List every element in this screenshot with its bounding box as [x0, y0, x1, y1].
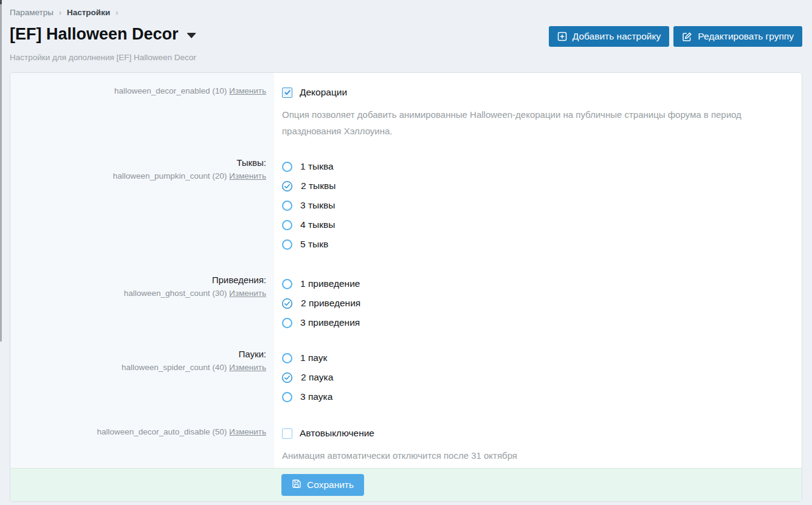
radio-option[interactable]: 3 приведения — [282, 313, 787, 332]
setting-row-pumpkin-count: Тыквы: halloween_pumpkin_count (20) Изме… — [10, 149, 802, 266]
radio-group-pumpkins: 1 тыква 2 тыквы 3 тыквы — [282, 157, 787, 254]
add-option-button-label: Добавить настройку — [573, 31, 661, 42]
setting-field-label: Пауки: — [16, 348, 266, 360]
checkbox-option-decorations[interactable]: Декорации — [282, 86, 787, 99]
setting-order: (20) — [212, 171, 227, 180]
radio-group-spiders: 1 паук 2 паука 3 паука — [282, 348, 787, 407]
window-edge-strip — [0, 0, 2, 342]
setting-order: (40) — [212, 363, 227, 372]
plus-square-icon — [557, 32, 567, 41]
edit-setting-link[interactable]: Изменить — [229, 289, 266, 298]
radio-option-selected[interactable]: 2 приведения — [282, 294, 787, 313]
radio-unchecked-icon[interactable] — [282, 220, 292, 230]
setting-control: 1 тыква 2 тыквы 3 тыквы — [274, 149, 802, 266]
breadcrumb-link-parameters[interactable]: Параметры — [10, 8, 53, 17]
chevron-right-icon: › — [59, 9, 61, 17]
edit-group-button-label: Редактировать группу — [698, 31, 794, 42]
edit-pencil-icon — [682, 32, 692, 42]
page-title[interactable]: [EF] Halloween Decor — [10, 24, 196, 44]
setting-order: (50) — [212, 427, 227, 436]
header-buttons: Добавить настройку Редактировать группу — [549, 24, 802, 47]
dropdown-arrow-icon[interactable] — [187, 33, 196, 38]
edit-setting-link[interactable]: Изменить — [229, 171, 266, 180]
checkbox-unchecked-icon[interactable] — [282, 428, 292, 439]
setting-meta: halloween_decor_enabled (10) Изменить — [10, 73, 274, 149]
option-description: Анимация автоматически отключится после … — [282, 447, 780, 464]
settings-card: halloween_decor_enabled (10) Изменить Де… — [10, 72, 802, 502]
card-footer: Сохранить — [10, 468, 802, 501]
radio-unchecked-icon[interactable] — [282, 353, 292, 363]
edit-setting-link[interactable]: Изменить — [229, 86, 266, 95]
radio-option[interactable]: 1 паук — [282, 348, 787, 368]
setting-row-auto-disable: halloween_decor_auto_disable (50) Измени… — [10, 417, 802, 468]
setting-meta: Приведения: halloween_ghost_count (30) И… — [10, 266, 274, 340]
setting-field-label: Тыквы: — [16, 157, 266, 169]
radio-unchecked-icon[interactable] — [282, 201, 292, 211]
radio-unchecked-icon[interactable] — [282, 392, 292, 402]
option-description: Опция позволяет добавить анимированные H… — [282, 106, 780, 139]
checkbox-option-auto-disable[interactable]: Автовыключение — [282, 427, 787, 440]
checkbox-label[interactable]: Декорации — [300, 87, 347, 98]
setting-meta: Тыквы: halloween_pumpkin_count (20) Изме… — [10, 149, 274, 266]
setting-meta: Пауки: halloween_spider_count (40) Измен… — [10, 340, 274, 417]
radio-option-selected[interactable]: 2 паука — [282, 368, 787, 387]
setting-tech-name: halloween_decor_enabled — [114, 86, 210, 95]
radio-option[interactable]: 3 паука — [282, 387, 787, 407]
options-page: Параметры › Настройки › [EF] Halloween D… — [0, 0, 812, 502]
setting-tech-name: halloween_pumpkin_count — [113, 171, 210, 180]
radio-option[interactable]: 3 тыквы — [282, 196, 787, 215]
setting-order: (30) — [212, 289, 227, 298]
radio-option[interactable]: 1 тыква — [282, 157, 787, 176]
radio-option[interactable]: 5 тыкв — [282, 235, 787, 254]
setting-tech-name: halloween_decor_auto_disable — [97, 427, 210, 436]
radio-unchecked-icon[interactable] — [282, 279, 292, 289]
page-title-text: [EF] Halloween Decor — [10, 24, 179, 44]
setting-field-label: Приведения: — [16, 274, 266, 286]
setting-tech-name: halloween_spider_count — [122, 363, 210, 372]
checkbox-label[interactable]: Автовыключение — [300, 428, 374, 439]
edit-setting-link[interactable]: Изменить — [229, 363, 266, 372]
setting-tech-name: halloween_ghost_count — [124, 289, 210, 298]
radio-unchecked-icon[interactable] — [282, 239, 292, 250]
add-option-button[interactable]: Добавить настройку — [549, 26, 669, 47]
page-subtitle: Настройки для дополнения [EF] Halloween … — [10, 53, 802, 62]
radio-checked-icon[interactable] — [281, 372, 293, 383]
setting-control: Декорации Опция позволяет добавить аними… — [274, 73, 802, 149]
radio-option-selected[interactable]: 2 тыквы — [282, 176, 787, 196]
radio-option[interactable]: 1 приведение — [282, 274, 787, 294]
edit-group-button[interactable]: Редактировать группу — [673, 26, 802, 47]
setting-row-spider-count: Пауки: halloween_spider_count (40) Измен… — [10, 340, 802, 417]
save-floppy-icon — [292, 479, 301, 491]
save-button[interactable]: Сохранить — [281, 474, 364, 496]
breadcrumb-link-settings[interactable]: Настройки — [67, 8, 110, 17]
radio-group-ghosts: 1 приведение 2 приведения 3 п — [282, 274, 787, 332]
setting-order: (10) — [212, 86, 227, 95]
radio-unchecked-icon[interactable] — [282, 318, 292, 328]
radio-checked-icon[interactable] — [281, 298, 293, 309]
radio-checked-icon[interactable] — [281, 180, 293, 192]
setting-control: 1 паук 2 паука 3 паука — [274, 340, 802, 417]
setting-row-ghost-count: Приведения: halloween_ghost_count (30) И… — [10, 266, 802, 340]
save-button-label: Сохранить — [307, 479, 354, 490]
breadcrumb: Параметры › Настройки › — [10, 0, 802, 17]
setting-control: 1 приведение 2 приведения 3 п — [274, 266, 802, 340]
setting-row-decor-enabled: halloween_decor_enabled (10) Изменить Де… — [10, 73, 802, 149]
edit-setting-link[interactable]: Изменить — [229, 427, 266, 436]
radio-option[interactable]: 4 тыквы — [282, 215, 787, 235]
radio-unchecked-icon[interactable] — [282, 162, 292, 172]
title-row: [EF] Halloween Decor Добавить настройку — [10, 24, 802, 47]
setting-control: Автовыключение Анимация автоматически от… — [274, 417, 802, 468]
chevron-right-icon: › — [115, 9, 118, 17]
checkbox-checked-icon[interactable] — [282, 88, 292, 98]
setting-meta: halloween_decor_auto_disable (50) Измени… — [10, 417, 274, 468]
